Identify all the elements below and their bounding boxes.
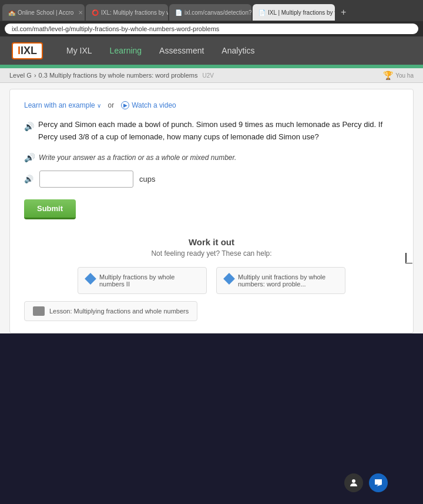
submit-button[interactable]: Submit <box>24 199 76 219</box>
help-card-2[interactable]: Multiply unit fractions by whole numbers… <box>216 267 345 294</box>
lesson-text: Lesson: Multiplying fractions and whole … <box>49 308 189 315</box>
nav-my-ixl[interactable]: My IXL <box>66 44 92 58</box>
ixl-logo[interactable]: IIXL <box>12 42 43 59</box>
trophy-icon: 🏆 <box>383 71 393 80</box>
bottom-circle-button[interactable] <box>344 473 363 492</box>
svg-point-0 <box>352 479 355 483</box>
help-card-2-icon <box>223 273 235 285</box>
trophy-badge: 🏆 You ha <box>383 71 414 80</box>
nav-analytics[interactable]: Analytics <box>221 44 254 58</box>
nav-learning[interactable]: Learning <box>110 44 142 58</box>
lesson-card[interactable]: Lesson: Multiplying fractions and whole … <box>24 301 197 321</box>
work-it-out-title: Work it out <box>24 237 399 247</box>
answer-row: 🔊 cups <box>24 171 399 188</box>
breadcrumb-separator: › <box>34 72 36 79</box>
tab-4[interactable]: 📄 IXL | Multiply fractions by who ✕ <box>253 4 335 21</box>
address-bar-row: ixl.com/math/level-g/multiply-fractions-… <box>0 21 423 36</box>
bottom-icons <box>344 473 388 492</box>
watch-video-link[interactable]: ▶ Watch a video <box>121 101 176 109</box>
watch-video-text: Watch a video <box>132 101 176 109</box>
instruction-speaker-icon[interactable]: 🔊 <box>24 153 34 162</box>
learn-example-link[interactable]: Learn with an example <box>24 101 101 109</box>
speaker-icon[interactable]: 🔊 <box>24 120 34 133</box>
learn-example-bar: Learn with an example or ▶ Watch a video <box>24 101 399 109</box>
tab-2[interactable]: ⭕ IXL: Multiply fractions by who ✕ <box>86 4 168 21</box>
tab-3-label: ixl.com/canvas/detection?ter <box>184 9 251 16</box>
help-card-1[interactable]: Multiply fractions by whole numbers II <box>78 267 207 294</box>
tab-3-icon: 📄 <box>175 9 182 16</box>
help-card-1-icon <box>85 273 96 285</box>
new-tab-button[interactable]: + <box>336 7 351 18</box>
main-content-area: Learn with an example or ▶ Watch a video… <box>9 89 414 333</box>
address-bar[interactable]: ixl.com/math/level-g/multiply-fractions-… <box>5 24 418 34</box>
lesson-icon <box>33 306 45 316</box>
trophy-text: You ha <box>395 72 414 79</box>
tab-4-label: IXL | Multiply fractions by who <box>268 9 335 16</box>
ixl-navigation: My IXL Learning Assessment Analytics <box>66 44 254 58</box>
tab-3[interactable]: 📄 ixl.com/canvas/detection?ter ✕ <box>169 4 251 21</box>
help-cards-container: Multiply fractions by whole numbers II M… <box>24 267 399 294</box>
browser-chrome: 🏫 Online School | Accro ✕ ⭕ IXL: Multipl… <box>0 0 423 36</box>
bottom-chat-button[interactable] <box>369 473 388 492</box>
mouse-cursor <box>405 253 412 263</box>
work-it-out-subtitle: Not feeling ready yet? These can help: <box>24 249 399 258</box>
chat-icon <box>373 478 384 488</box>
breadcrumb-code: U2V <box>202 72 213 79</box>
help-card-2-text: Multiply unit fractions by whole numbers… <box>238 273 337 288</box>
problem-text: 🔊 Percy and Simon each made a bowl of pu… <box>24 119 399 143</box>
ixl-app: IIXL My IXL Learning Assessment Analytic… <box>0 36 423 333</box>
address-text: ixl.com/math/level-g/multiply-fractions-… <box>12 25 219 32</box>
tab-4-icon: 📄 <box>258 9 266 16</box>
ixl-header: IIXL My IXL Learning Assessment Analytic… <box>0 36 423 65</box>
tab-2-label: IXL: Multiply fractions by who <box>101 9 168 16</box>
tab-1[interactable]: 🏫 Online School | Accro ✕ <box>2 4 85 21</box>
answer-input[interactable] <box>39 171 133 188</box>
cups-label: cups <box>139 175 155 183</box>
breadcrumb-bar: Level G › 0.3 Multiply fractions by whol… <box>0 68 423 83</box>
nav-assessment[interactable]: Assessment <box>159 44 204 58</box>
tab-2-icon: ⭕ <box>92 9 99 16</box>
work-it-out-section: Work it out Not feeling ready yet? These… <box>24 237 399 321</box>
or-text: or <box>108 101 115 109</box>
logo-text: IXL <box>21 45 37 56</box>
video-circle-icon: ▶ <box>121 101 129 109</box>
instruction-text: 🔊 Write your answer as a fraction or as … <box>24 153 399 162</box>
help-card-1-text: Multiply fractions by whole numbers II <box>99 273 198 288</box>
tab-1-icon: 🏫 <box>8 9 15 16</box>
breadcrumb-topic[interactable]: 0.3 Multiply fractions by whole numbers:… <box>39 72 198 79</box>
instruction-content: Write your answer as a fraction or as a … <box>39 153 236 162</box>
tab-1-label: Online School | Accro <box>18 9 73 16</box>
person-icon <box>348 478 359 488</box>
tab-1-close[interactable]: ✕ <box>78 9 83 16</box>
answer-speaker-icon: 🔊 <box>24 175 33 183</box>
breadcrumb-level[interactable]: Level G <box>9 72 32 79</box>
tab-bar: 🏫 Online School | Accro ✕ ⭕ IXL: Multipl… <box>0 0 423 21</box>
problem-content: Percy and Simon each made a bowl of punc… <box>38 120 382 141</box>
